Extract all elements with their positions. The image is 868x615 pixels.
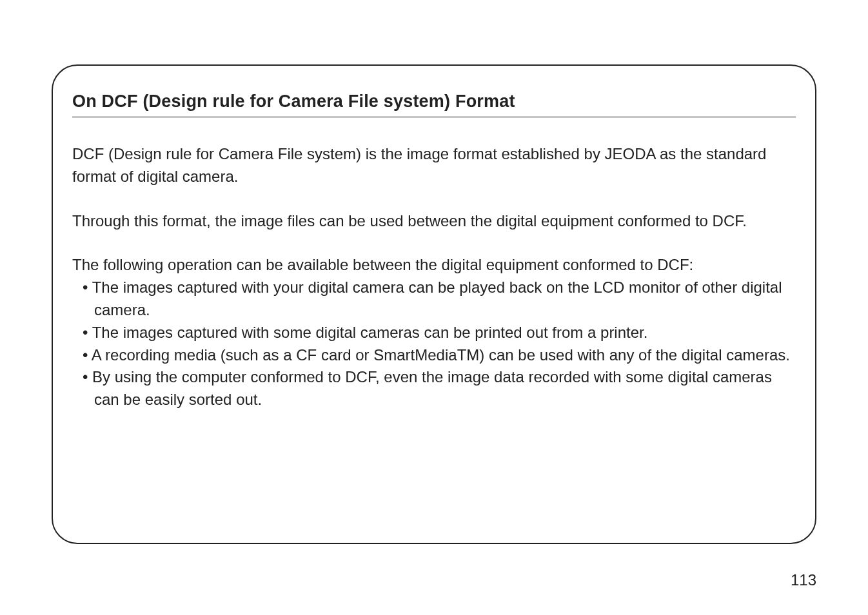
paragraph-3: The following operation can be available… <box>72 254 796 277</box>
bullet-item: The images captured with some digital ca… <box>72 322 796 344</box>
page-frame: On DCF (Design rule for Camera File syst… <box>52 64 816 544</box>
bullet-item: A recording media (such as a CF card or … <box>72 344 796 367</box>
body-text: DCF (Design rule for Camera File system)… <box>72 143 796 277</box>
bullet-list: The images captured with your digital ca… <box>72 277 796 411</box>
paragraph-2: Through this format, the image files can… <box>72 210 796 233</box>
section-heading: On DCF (Design rule for Camera File syst… <box>72 92 796 117</box>
bullet-item: By using the computer conformed to DCF, … <box>72 366 796 411</box>
paragraph-1: DCF (Design rule for Camera File system)… <box>72 143 796 188</box>
page-number: 113 <box>791 571 816 589</box>
bullet-item: The images captured with your digital ca… <box>72 277 796 322</box>
